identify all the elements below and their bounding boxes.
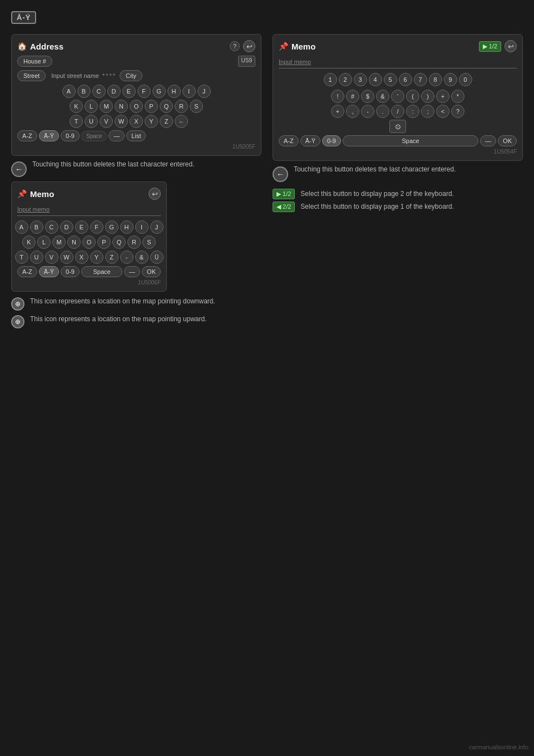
mkey-Y[interactable]: Y bbox=[90, 251, 103, 264]
key-K[interactable]: K bbox=[70, 100, 83, 113]
mkey-N[interactable]: N bbox=[67, 235, 81, 249]
nkey-4[interactable]: 4 bbox=[369, 73, 382, 86]
mkey-H[interactable]: H bbox=[120, 220, 134, 234]
memo-page-indicator[interactable]: ▶ 1/2 bbox=[479, 41, 501, 52]
mkey-F[interactable]: F bbox=[90, 220, 103, 234]
m-toolbar-09[interactable]: 0-9 bbox=[61, 266, 80, 277]
mkey-C[interactable]: C bbox=[45, 220, 58, 234]
key-G[interactable]: G bbox=[152, 85, 166, 98]
mkey-A[interactable]: A bbox=[15, 220, 28, 234]
skey-comma[interactable]: , bbox=[346, 105, 359, 118]
skey-amp[interactable]: & bbox=[376, 90, 389, 103]
m-toolbar-ok[interactable]: OK bbox=[142, 266, 161, 277]
nkey-5[interactable]: 5 bbox=[384, 73, 397, 86]
nkey-9[interactable]: 9 bbox=[444, 73, 457, 86]
skey-dollar[interactable]: $ bbox=[361, 90, 374, 103]
mkey-X[interactable]: X bbox=[75, 251, 88, 264]
mkey-L[interactable]: L bbox=[37, 235, 51, 249]
nkey-6[interactable]: 6 bbox=[399, 73, 412, 86]
skey-semi[interactable]: ; bbox=[421, 105, 434, 118]
mkey-G[interactable]: G bbox=[105, 220, 118, 234]
key-F[interactable]: F bbox=[137, 85, 151, 98]
mkey-Q[interactable]: Q bbox=[112, 235, 126, 249]
key-E[interactable]: E bbox=[122, 85, 136, 98]
key-O[interactable]: O bbox=[130, 100, 143, 113]
key-M[interactable]: M bbox=[100, 100, 113, 113]
key-Z[interactable]: Z bbox=[160, 115, 173, 128]
key-X[interactable]: X bbox=[130, 115, 143, 128]
m-toolbar-del[interactable]: — bbox=[124, 266, 140, 277]
nkey-1[interactable]: 1 bbox=[324, 73, 337, 86]
nkey-8[interactable]: 8 bbox=[429, 73, 442, 86]
nkey-3[interactable]: 3 bbox=[354, 73, 367, 86]
mkey-P[interactable]: P bbox=[97, 235, 111, 249]
key-H[interactable]: H bbox=[167, 85, 181, 98]
toolbar-del[interactable]: — bbox=[108, 130, 125, 141]
skey-plus[interactable]: + bbox=[331, 105, 344, 118]
skey-rparen[interactable]: ) bbox=[421, 90, 434, 103]
toolbar-ay[interactable]: Ā-Ÿ bbox=[39, 130, 59, 141]
nkey-7[interactable]: 7 bbox=[414, 73, 427, 86]
mkey-dash[interactable]: - bbox=[120, 251, 134, 264]
mkey-E[interactable]: E bbox=[75, 220, 88, 234]
skey-lparen[interactable]: ( bbox=[406, 90, 419, 103]
m-toolbar-az[interactable]: A-Z bbox=[17, 266, 37, 277]
mt-toolbar-az[interactable]: A-Z bbox=[279, 135, 299, 146]
toolbar-az[interactable]: A-Z bbox=[17, 130, 37, 141]
mkey-W[interactable]: W bbox=[60, 251, 73, 264]
key-I[interactable]: I bbox=[182, 85, 196, 98]
mkey-J[interactable]: J bbox=[150, 220, 164, 234]
mkey-S[interactable]: S bbox=[142, 235, 156, 249]
key-C[interactable]: C bbox=[92, 85, 106, 98]
key-D[interactable]: D bbox=[107, 85, 121, 98]
memo-top-back-btn[interactable]: ↩ bbox=[505, 40, 517, 52]
key-Y[interactable]: Y bbox=[145, 115, 158, 128]
mkey-U[interactable]: U bbox=[30, 251, 43, 264]
key-U[interactable]: U bbox=[85, 115, 98, 128]
key-T[interactable]: T bbox=[70, 115, 83, 128]
skey-colon[interactable]: : bbox=[406, 105, 419, 118]
mkey-M[interactable]: M bbox=[52, 235, 66, 249]
mkey-Z[interactable]: Z bbox=[105, 251, 118, 264]
skey-minus[interactable]: - bbox=[361, 105, 374, 118]
skey-quest[interactable]: ? bbox=[451, 105, 464, 118]
m-toolbar-space[interactable]: Space bbox=[81, 266, 122, 277]
house-btn[interactable]: House # bbox=[17, 56, 52, 67]
mkey-D[interactable]: D bbox=[60, 220, 73, 234]
mkey-T[interactable]: T bbox=[15, 251, 28, 264]
skey-excl[interactable]: ! bbox=[331, 90, 344, 103]
mt-toolbar-ok[interactable]: OK bbox=[498, 135, 517, 146]
key-V[interactable]: V bbox=[100, 115, 113, 128]
nkey-0[interactable]: 0 bbox=[459, 73, 472, 86]
address-back-btn[interactable]: ↩ bbox=[243, 40, 255, 52]
skey-slash[interactable]: / bbox=[391, 105, 404, 118]
mt-toolbar-09[interactable]: 0-9 bbox=[322, 135, 341, 146]
street-btn[interactable]: Street bbox=[17, 70, 46, 81]
key-L[interactable]: L bbox=[85, 100, 98, 113]
key-N[interactable]: N bbox=[115, 100, 128, 113]
key-R[interactable]: R bbox=[175, 100, 188, 113]
skey-dot[interactable]: . bbox=[376, 105, 389, 118]
mkey-R[interactable]: R bbox=[127, 235, 141, 249]
mkey-I[interactable]: I bbox=[135, 220, 149, 234]
mt-toolbar-space[interactable]: Space bbox=[343, 135, 478, 146]
key-S[interactable]: S bbox=[190, 100, 203, 113]
skey-star[interactable]: * bbox=[451, 90, 464, 103]
key-B[interactable]: B bbox=[77, 85, 91, 98]
page-badge-1[interactable]: ▶ 1/2 bbox=[273, 189, 295, 199]
page-badge-2[interactable]: ◀ 2/2 bbox=[273, 202, 295, 212]
mkey-K[interactable]: K bbox=[22, 235, 36, 249]
memo-bottom-back-btn[interactable]: ↩ bbox=[149, 188, 161, 200]
nkey-2[interactable]: 2 bbox=[339, 73, 352, 86]
toolbar-list[interactable]: List bbox=[126, 130, 146, 141]
key-P[interactable]: P bbox=[145, 100, 158, 113]
skey-plus2[interactable]: + bbox=[436, 90, 449, 103]
mt-toolbar-ay[interactable]: Ā-Ÿ bbox=[300, 135, 320, 146]
key-W[interactable]: W bbox=[115, 115, 128, 128]
mt-toolbar-del[interactable]: — bbox=[480, 135, 496, 146]
skey-lt[interactable]: < bbox=[436, 105, 449, 118]
m-toolbar-ay[interactable]: Ā-Ÿ bbox=[39, 266, 59, 277]
key-back[interactable]: ← bbox=[175, 115, 188, 128]
skey-undo[interactable]: ⊙ bbox=[389, 120, 406, 133]
mkey-u-uml[interactable]: Ü bbox=[150, 251, 164, 264]
